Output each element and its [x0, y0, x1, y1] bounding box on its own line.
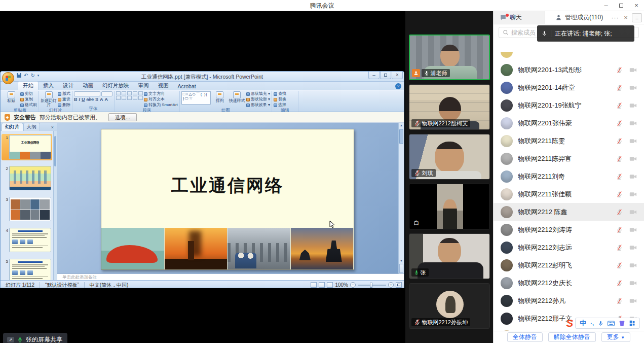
font-style-button[interactable]: A — [100, 97, 103, 102]
member-row-4[interactable]: 物联网2211陈雯 — [494, 132, 644, 150]
paragraph-icons[interactable] — [116, 91, 143, 95]
camera-off-icon[interactable] — [629, 156, 637, 162]
member-row-9[interactable]: 物联网2212刘涛涛 — [494, 221, 644, 238]
pane-close-icon[interactable]: × — [49, 125, 56, 131]
camera-off-icon[interactable] — [629, 138, 637, 144]
next-slide-button[interactable] — [399, 264, 403, 273]
ppt-tab-6[interactable]: 视图 — [154, 82, 173, 90]
ribbon-button[interactable]: 格式刷 — [20, 102, 37, 108]
restore-icon[interactable] — [614, 0, 629, 11]
minimize-icon[interactable]: – — [598, 0, 614, 11]
mic-muted-icon[interactable] — [414, 169, 421, 177]
panel-close-icon[interactable]: × — [621, 11, 631, 24]
member-row-11[interactable]: 物联网2212彭明飞 — [494, 256, 644, 274]
slide-thumbnail-4[interactable]: 4 — [2, 227, 52, 253]
ppt-tab-7[interactable]: Acrobat — [173, 83, 201, 90]
ribbon-button[interactable]: 复制 — [20, 97, 37, 102]
ppt-tab-2[interactable]: 设计 — [58, 82, 78, 90]
unmute-all-button[interactable]: 解除全体静音 — [548, 332, 596, 342]
font-size-box[interactable] — [101, 91, 112, 96]
shapes-gallery[interactable]: □○△◇⌒( ){ }▭☆ — [181, 91, 211, 105]
tab-outline[interactable]: 大纲 — [23, 123, 40, 131]
camera-off-icon[interactable] — [629, 227, 637, 233]
ribbon-button[interactable]: 转换为 SmartArt — [144, 102, 178, 108]
mic-muted-icon[interactable] — [616, 155, 623, 162]
slide-canvas[interactable]: 工业通信网络 — [101, 129, 354, 270]
font-style-button[interactable]: abc — [87, 97, 94, 102]
mic-muted-icon[interactable] — [414, 120, 421, 127]
mic-muted-icon[interactable] — [616, 244, 623, 251]
video-tile-1[interactable]: 物联网2212殷柯艾 — [409, 84, 490, 130]
font-style-button[interactable]: A — [105, 97, 108, 102]
ppt-tab-1[interactable]: 插入 — [39, 82, 58, 90]
font-name-box[interactable] — [74, 91, 100, 96]
slideshow-view-icon[interactable] — [327, 282, 333, 288]
zoom-out-icon[interactable]: − — [350, 282, 356, 288]
ppt-close-icon[interactable]: × — [392, 72, 403, 79]
sorter-view-icon[interactable] — [319, 282, 325, 288]
ribbon-button[interactable]: 形状效果 ▾ — [246, 102, 270, 108]
slide-thumbnail-1[interactable]: 1工业通信网络 — [2, 134, 52, 160]
camera-off-icon[interactable] — [629, 262, 637, 268]
ribbon-button[interactable]: 重设 — [58, 97, 70, 102]
slide-thumbnail-2[interactable]: 2 — [2, 165, 52, 191]
ribbon-button[interactable]: 粘贴 — [3, 91, 19, 103]
mic-muted-icon[interactable] — [616, 191, 623, 198]
zoom-in-icon[interactable]: + — [388, 282, 394, 288]
ribbon-button[interactable]: 对齐文本 — [144, 97, 178, 102]
member-row-7[interactable]: 物联网2211张佳颖 — [494, 185, 644, 203]
mic-muted-icon[interactable] — [414, 319, 421, 326]
more-button[interactable]: 更多 ▼ — [601, 332, 630, 342]
close-icon[interactable]: × — [629, 0, 644, 11]
mic-muted-icon[interactable] — [616, 280, 623, 287]
mic-muted-icon[interactable] — [616, 84, 623, 91]
zoom-slider[interactable] — [358, 285, 386, 286]
member-row-2[interactable]: 物联网2201-19张航宁 — [494, 96, 644, 114]
camera-off-icon[interactable] — [629, 67, 637, 73]
sogou-punct-icon[interactable]: ·, — [590, 320, 594, 326]
member-row-3[interactable]: 物联网2201张伟豪 — [494, 114, 644, 132]
camera-off-icon[interactable] — [629, 191, 637, 197]
mic-muted-icon[interactable] — [616, 138, 623, 145]
panel-menu-icon[interactable]: ≡ — [632, 13, 642, 22]
slide-thumbnail-3[interactable]: 3 — [2, 196, 52, 222]
ppt-restore-icon[interactable] — [380, 72, 391, 79]
member-row-13[interactable]: 物联网2212孙凡 — [494, 292, 644, 310]
mute-all-button[interactable]: 全体静音 — [507, 332, 543, 342]
sogou-grid-icon[interactable] — [629, 320, 635, 326]
ribbon-button[interactable]: 删除 — [58, 102, 70, 108]
sogou-skin-icon[interactable] — [619, 320, 625, 326]
slide-thumbnail-5[interactable]: 5 — [2, 258, 52, 280]
alignment-icons[interactable] — [116, 96, 143, 100]
camera-off-icon[interactable] — [629, 245, 637, 251]
panel-more-icon[interactable]: ··· — [610, 11, 621, 24]
member-row-10[interactable]: 物联网2212刘志远 — [494, 238, 644, 256]
video-tile-3[interactable]: 白 — [409, 184, 490, 229]
camera-off-icon[interactable] — [629, 174, 637, 180]
ribbon-button[interactable]: 排列 — [212, 91, 228, 103]
font-style-button[interactable]: S — [95, 97, 98, 102]
font-style-button[interactable]: I — [79, 97, 81, 102]
member-row-6[interactable]: 物联网2211刘奇 — [494, 167, 644, 185]
ribbon-button[interactable]: 形状填充 ▾ — [246, 91, 270, 96]
member-row-0[interactable]: 物联网2201-13武彤彤 — [494, 61, 644, 79]
ribbon-button[interactable]: 替换 — [274, 97, 286, 102]
camera-off-icon[interactable] — [629, 102, 637, 109]
member-row-1[interactable]: 物联网2201-14薛堂 — [494, 79, 644, 96]
ribbon-button[interactable]: 快速样式 — [229, 91, 245, 103]
sogou-keyboard-icon[interactable] — [608, 321, 615, 326]
sogou-logo-icon[interactable]: S — [566, 318, 573, 328]
ribbon-button[interactable]: 查找 — [274, 91, 286, 96]
office-button-icon[interactable] — [2, 72, 14, 84]
mic-muted-icon[interactable] — [616, 226, 623, 233]
font-style-button[interactable]: B — [74, 97, 78, 102]
notes-placeholder[interactable]: 单击此处添加备注 — [57, 273, 404, 280]
thumbnails-scrollbar[interactable] — [53, 131, 57, 280]
member-row-5[interactable]: 物联网2211陈羿言 — [494, 150, 644, 167]
tab-chat[interactable]: 聊天 — [494, 11, 545, 24]
ribbon-button[interactable]: 选择 — [274, 102, 286, 108]
camera-off-icon[interactable] — [629, 120, 637, 126]
mic-muted-icon[interactable] — [616, 262, 623, 269]
mic-muted-icon[interactable] — [616, 102, 623, 109]
mic-muted-icon[interactable] — [616, 66, 623, 74]
